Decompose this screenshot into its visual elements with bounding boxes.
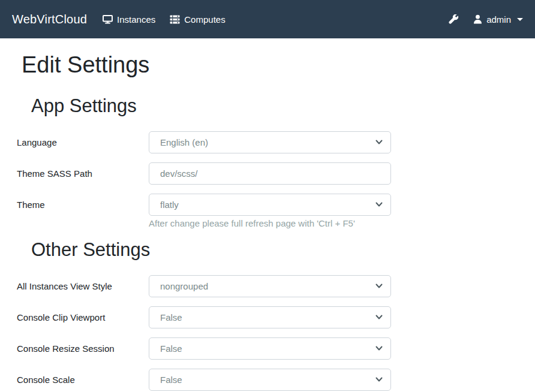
field-row-all-instances-view-style: All Instances View Style nongrouped bbox=[17, 275, 518, 297]
field-row-console-clip-viewport: Console Clip Viewport False bbox=[17, 306, 518, 328]
user-menu[interactable]: admin bbox=[473, 14, 523, 25]
user-label: admin bbox=[486, 14, 511, 25]
nav-item-label: Computes bbox=[184, 14, 225, 25]
console-scale-select[interactable]: False bbox=[149, 369, 391, 391]
field-row-theme-sass-path: Theme SASS Path bbox=[17, 162, 518, 185]
field-label: All Instances View Style bbox=[17, 275, 149, 297]
user-icon bbox=[473, 14, 482, 24]
field-row-language: Language English (en) bbox=[17, 131, 518, 153]
theme-sass-path-input[interactable] bbox=[149, 162, 391, 185]
display-icon bbox=[103, 15, 113, 24]
all-instances-view-style-select[interactable]: nongrouped bbox=[149, 275, 391, 297]
section-other-settings: Other Settings All Instances View Style … bbox=[17, 239, 518, 391]
nav-item-label: Instances bbox=[117, 14, 155, 25]
language-select[interactable]: English (en) bbox=[149, 131, 391, 153]
page-title: Edit Settings bbox=[22, 52, 518, 79]
field-label: Theme SASS Path bbox=[17, 162, 149, 185]
navbar-right: admin bbox=[449, 14, 523, 25]
wrench-icon[interactable] bbox=[449, 14, 459, 25]
console-resize-session-select[interactable]: False bbox=[149, 337, 391, 360]
theme-select[interactable]: flatly bbox=[149, 194, 391, 216]
field-label: Theme bbox=[17, 194, 149, 216]
field-label: Console Clip Viewport bbox=[17, 306, 149, 328]
field-row-console-scale: Console Scale False bbox=[17, 369, 518, 391]
top-navbar: WebVirtCloud Instances Co bbox=[0, 0, 535, 38]
field-row-console-resize-session: Console Resize Session False bbox=[17, 337, 518, 360]
brand-logo[interactable]: WebVirtCloud bbox=[12, 13, 87, 26]
field-row-theme: Theme flatly After change please full re… bbox=[17, 194, 518, 230]
field-label: Console Resize Session bbox=[17, 337, 149, 360]
section-app-settings: App Settings Language English (en) Theme… bbox=[17, 95, 518, 230]
section-title: App Settings bbox=[31, 95, 518, 117]
chevron-down-icon bbox=[517, 18, 523, 21]
nav-item-computes[interactable]: Computes bbox=[170, 14, 225, 25]
section-title: Other Settings bbox=[31, 239, 518, 261]
field-label: Language bbox=[17, 131, 149, 153]
console-clip-viewport-select[interactable]: False bbox=[149, 306, 391, 328]
field-label: Console Scale bbox=[17, 369, 149, 391]
main-content: Edit Settings App Settings Language Engl… bbox=[0, 38, 535, 391]
nav-item-instances[interactable]: Instances bbox=[103, 14, 155, 25]
field-help-text: After change please full refresh page wi… bbox=[149, 218, 391, 230]
server-icon bbox=[170, 15, 180, 24]
